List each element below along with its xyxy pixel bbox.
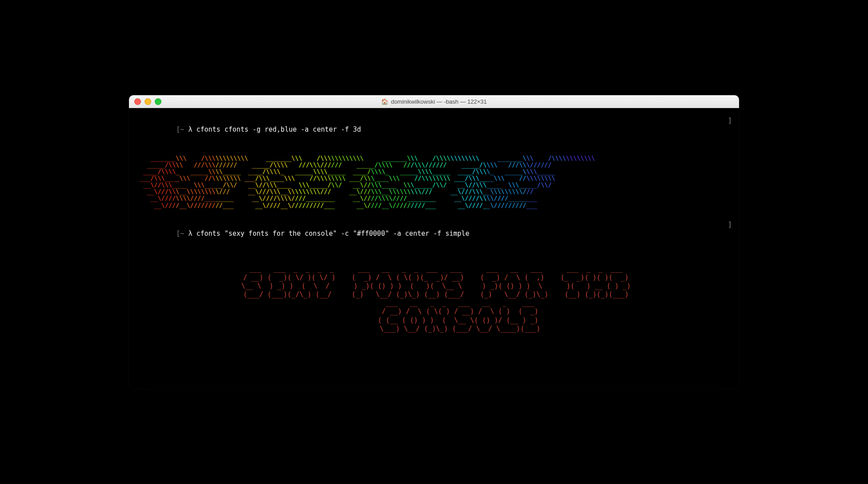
window-title: 🏠 dominikwilkowski — -bash — 122×31 <box>381 98 487 105</box>
close-icon[interactable] <box>134 98 141 105</box>
prompt-command-2: cfonts "sexy fonts for the console" -c "… <box>196 230 469 238</box>
window-titlebar[interactable]: 🏠 dominikwilkowski — -bash — 122×31 <box>129 95 739 108</box>
prompt-lambda: λ <box>188 230 196 238</box>
prompt-suffix: ] <box>728 220 732 247</box>
terminal-window: 🏠 dominikwilkowski — -bash — 122×31 [~ λ… <box>129 95 739 389</box>
cfonts-simple-output: ___ ___ _ _ _ _ ___ __ _ _ ___ ___ ___ _… <box>136 265 732 333</box>
prompt-command-1: cfonts cfonts -g red,blue -a center -f 3… <box>196 125 361 133</box>
prompt-suffix: ] <box>728 116 732 143</box>
cfonts-3d-output: _______\\\ /\\\\\\\\\\\\ _______\\\ /\\\… <box>140 155 732 209</box>
prompt-line-2: [~ λ cfonts "sexy fonts for the console"… <box>136 220 732 247</box>
prompt-prefix: [~ <box>176 125 188 133</box>
terminal-body[interactable]: [~ λ cfonts cfonts -g red,blue -a center… <box>129 108 739 344</box>
prompt-prefix: [~ <box>176 230 188 238</box>
minimize-icon[interactable] <box>145 98 151 105</box>
traffic-lights <box>134 98 161 105</box>
window-title-text: dominikwilkowski — -bash — 122×31 <box>391 98 487 105</box>
home-icon: 🏠 <box>381 98 388 105</box>
zoom-icon[interactable] <box>155 98 161 105</box>
stage: 🏠 dominikwilkowski — -bash — 122×31 [~ λ… <box>0 0 868 484</box>
prompt-line-1: [~ λ cfonts cfonts -g red,blue -a center… <box>136 116 732 143</box>
prompt-lambda: λ <box>188 125 196 133</box>
